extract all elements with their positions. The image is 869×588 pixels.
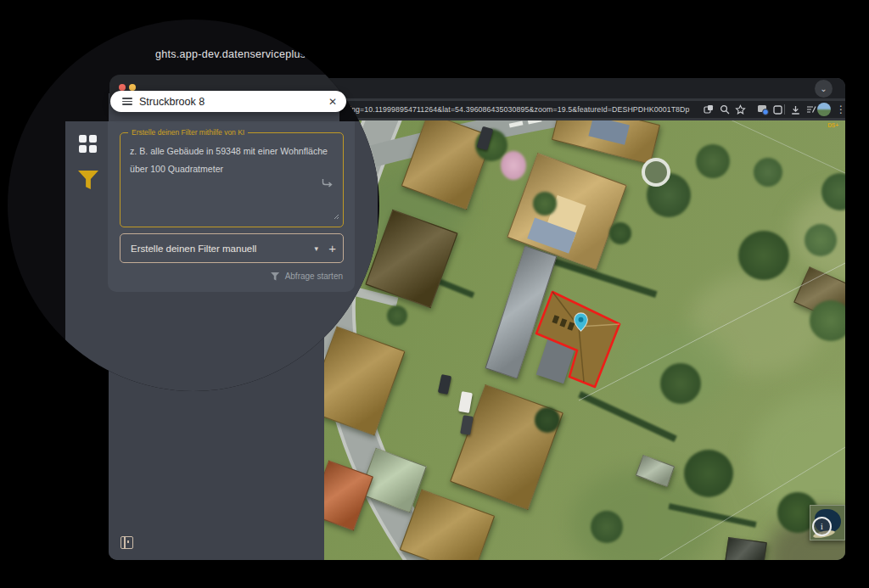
kebab-glyph: ⋮ bbox=[836, 104, 845, 115]
textarea-resize-handle[interactable] bbox=[334, 208, 339, 223]
map-watermark: DS+ bbox=[827, 122, 838, 128]
submit-enter-arrow-icon[interactable] bbox=[320, 177, 334, 193]
info-button[interactable]: i bbox=[812, 517, 832, 536]
close-icon[interactable]: ✕ bbox=[328, 96, 337, 108]
browser-menu-kebab-icon[interactable]: ⋮ bbox=[835, 104, 845, 115]
collapse-panel-icon[interactable] bbox=[121, 536, 133, 549]
start-query-button[interactable]: Abfrage starten bbox=[255, 272, 343, 281]
caret-down-icon[interactable]: ▾ bbox=[314, 244, 318, 253]
manual-filter-label: Erstelle deinen Filter manuell bbox=[131, 244, 256, 254]
reading-list-icon[interactable] bbox=[805, 104, 817, 115]
selected-building-outline[interactable] bbox=[536, 292, 620, 387]
download-icon[interactable] bbox=[789, 104, 801, 115]
zoom-search-icon[interactable] bbox=[719, 104, 731, 115]
apps-grid-icon[interactable] bbox=[79, 135, 97, 153]
password-manager-extension-icon[interactable] bbox=[757, 104, 769, 115]
hamburger-menu-icon[interactable] bbox=[122, 98, 132, 105]
toolbar-separator bbox=[784, 104, 785, 115]
info-icon: i bbox=[821, 522, 823, 531]
tab-search-chevron-button[interactable]: ⌄ bbox=[815, 80, 833, 98]
panel-title: Struckbrook 8 bbox=[139, 96, 205, 108]
ai-filter-legend: Erstelle deinen Filter mithilfe von KI bbox=[128, 128, 248, 137]
start-query-label: Abfrage starten bbox=[285, 272, 343, 281]
url-text: E&lng=10.119998954711264&lat=54.39608643… bbox=[339, 105, 690, 114]
traffic-light-minimize[interactable] bbox=[129, 84, 136, 91]
screenshot-stage: ⌄ E&lng=10.119998954711264&lat=54.396086… bbox=[0, 0, 869, 588]
add-filter-plus-icon[interactable]: + bbox=[328, 241, 336, 255]
ai-filter-fieldset: Erstelle deinen Filter mithilfe von KI z… bbox=[120, 132, 344, 227]
profile-avatar[interactable] bbox=[817, 103, 831, 116]
extension-square-icon[interactable] bbox=[771, 104, 783, 115]
bookmark-star-icon[interactable] bbox=[734, 104, 746, 115]
search-header-pill[interactable]: Struckbrook 8 ✕ bbox=[110, 91, 346, 112]
selection-layer bbox=[324, 120, 845, 560]
location-pin-icon[interactable] bbox=[574, 312, 588, 335]
manual-filter-dropdown[interactable]: Erstelle deinen Filter manuell ▾ + bbox=[120, 233, 344, 263]
traffic-light-close[interactable] bbox=[119, 84, 126, 91]
translate-icon[interactable] bbox=[703, 104, 715, 115]
ai-filter-textarea[interactable]: z. B. alle Gebäude in 59348 mit einer Wo… bbox=[130, 143, 335, 177]
magnified-url-host: ghts.app-dev.datenserviceplus.d bbox=[155, 48, 315, 60]
chevron-down-icon: ⌄ bbox=[820, 85, 827, 93]
aerial-map[interactable]: DS+ i bbox=[324, 120, 845, 560]
query-funnel-icon bbox=[271, 272, 280, 281]
